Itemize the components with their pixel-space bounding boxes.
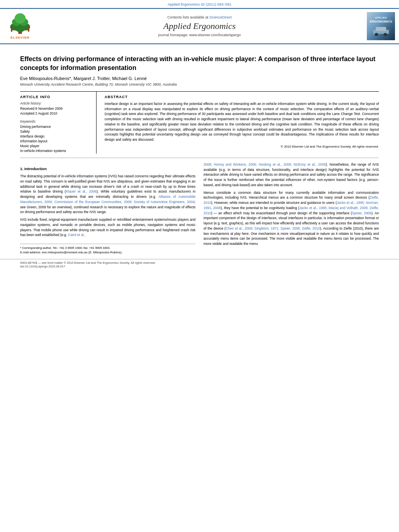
elsevier-tree-icon (6, 13, 34, 35)
journal-ref-text: Applied Ergonomics 42 (2011) 583–591 (168, 2, 232, 6)
journal-homepage: journal homepage: www.elsevier.com/locat… (40, 33, 359, 37)
footer: 0003-6870/$ — see front matter © 2010 El… (0, 259, 399, 270)
intro-para-1: The distracting potential of in-vehicle … (20, 174, 195, 215)
journal-header: ELSEVIER Contents lists available at Sci… (0, 8, 399, 44)
history-label: Article history: (20, 101, 90, 105)
intro-para-2: IVIS include fixed, original equipment m… (20, 217, 195, 238)
article-info-abstract: ARTICLE INFO Article history: Received 8… (20, 91, 379, 154)
article-title: Effects on driving performance of intera… (20, 55, 379, 73)
keyword-5: In-vehicle information systems (20, 149, 90, 153)
sciencedirect-line: Contents lists available at ScienceDirec… (40, 15, 359, 19)
journal-logo-box: APPLIED ERGONOMICS (367, 12, 395, 40)
abstract-label: ABSTRACT (105, 95, 379, 99)
footnote-area: * Corresponding author. Tel.: +61 3 9905… (20, 244, 195, 255)
svg-rect-10 (28, 29, 29, 31)
svg-point-7 (10, 27, 12, 29)
keyword-4: Music player (20, 144, 90, 148)
keywords-label: Keywords: (20, 119, 90, 123)
intro-left-col: 1. Introduction The distracting potentia… (20, 162, 195, 255)
svg-point-9 (27, 27, 30, 29)
keyword-0: Driving performance (20, 125, 90, 129)
footer-doi: doi:10.1016/j.apergo.2010.08.017 (20, 265, 379, 268)
svg-rect-12 (376, 27, 386, 31)
authors: Eve Mitsopoulos-Rubens*, Margaret J. Tro… (20, 76, 379, 81)
footer-issn: 0003-6870/$ — see front matter © 2010 El… (20, 261, 379, 265)
header-center: Contents lists available at ScienceDirec… (40, 15, 359, 37)
keywords-section: Keywords: Driving performance Safety Int… (20, 119, 90, 153)
journal-reference: Applied Ergonomics 42 (2011) 583–591 (0, 0, 399, 8)
content-area: Effects on driving performance of intera… (0, 44, 399, 255)
abstract-col: ABSTRACT Interface design is an importan… (105, 92, 379, 154)
svg-rect-8 (11, 29, 12, 31)
intro-right-para-1: 2008; Horrey and Wickens, 2006; Hosking … (204, 162, 379, 188)
affiliation: Monash University Accident Research Cent… (20, 82, 379, 86)
journal-title: Applied Ergonomics (40, 21, 359, 31)
elsevier-logo: ELSEVIER (4, 13, 36, 39)
keyword-1: Safety (20, 129, 90, 134)
intro-right-col: 2008; Horrey and Wickens, 2006; Hosking … (204, 162, 379, 255)
introduction-section: 1. Introduction The distracting potentia… (20, 162, 379, 255)
received-date: Received 8 November 2009 (20, 107, 90, 111)
divider (20, 158, 379, 158)
article-info-label: ARTICLE INFO (20, 95, 90, 99)
logo-car-icon (371, 24, 391, 36)
footnote-corresponding: * Corresponding author. Tel.: +61 3 9905… (20, 246, 195, 250)
copyright-text: © 2010 Elsevier Ltd and The Ergonomics S… (105, 145, 379, 148)
abstract-text: Interface design is an important factor … (105, 101, 379, 142)
accepted-date: Accepted 2 August 2010 (20, 111, 90, 115)
svg-point-6 (14, 13, 26, 24)
intro-right-para-2: Menus constitute a common data structure… (204, 190, 379, 246)
article-info-col: ARTICLE INFO Article history: Received 8… (20, 92, 97, 154)
footnote-email: E-mail address: eve.mitsopoulos@monash.e… (20, 250, 195, 255)
keyword-2: Interface design (20, 134, 90, 138)
intro-heading: 1. Introduction (20, 166, 195, 172)
journal-logo-right: APPLIED ERGONOMICS (363, 12, 395, 40)
keyword-3: Information layout (20, 139, 90, 143)
elsevier-text: ELSEVIER (10, 36, 30, 39)
